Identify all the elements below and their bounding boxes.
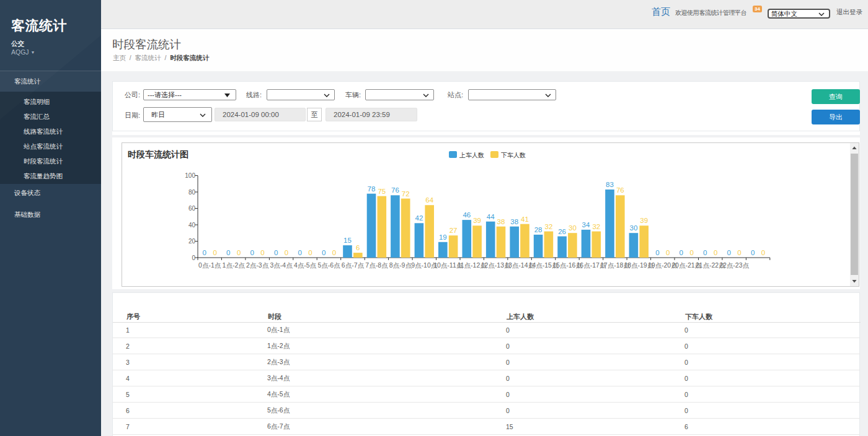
svg-text:0: 0 bbox=[308, 249, 312, 256]
svg-text:0: 0 bbox=[322, 249, 326, 256]
svg-text:19: 19 bbox=[439, 233, 447, 241]
svg-text:22点-23点: 22点-23点 bbox=[719, 261, 749, 269]
svg-text:7点-8点: 7点-8点 bbox=[365, 261, 388, 269]
svg-text:0: 0 bbox=[332, 249, 336, 256]
svg-text:0: 0 bbox=[655, 249, 659, 256]
svg-text:38: 38 bbox=[510, 218, 518, 225]
svg-text:26: 26 bbox=[558, 228, 566, 235]
svg-text:0: 0 bbox=[751, 249, 755, 256]
svg-text:0: 0 bbox=[192, 255, 195, 261]
svg-text:6: 6 bbox=[356, 244, 360, 251]
svg-text:39: 39 bbox=[640, 217, 648, 224]
svg-text:83: 83 bbox=[606, 181, 614, 188]
svg-text:0: 0 bbox=[298, 249, 301, 256]
svg-text:1点-2点: 1点-2点 bbox=[223, 261, 246, 269]
svg-text:0点-1点: 0点-1点 bbox=[198, 261, 221, 269]
svg-text:6点-7点: 6点-7点 bbox=[342, 261, 365, 269]
svg-text:76: 76 bbox=[616, 186, 624, 194]
svg-text:41: 41 bbox=[521, 216, 529, 223]
svg-text:0: 0 bbox=[680, 249, 683, 256]
svg-text:42: 42 bbox=[415, 214, 423, 222]
svg-text:0: 0 bbox=[689, 249, 693, 256]
svg-text:72: 72 bbox=[402, 190, 410, 198]
svg-text:3点-4点: 3点-4点 bbox=[270, 261, 293, 269]
svg-text:4点-5点: 4点-5点 bbox=[294, 261, 317, 269]
svg-text:75: 75 bbox=[378, 188, 386, 195]
svg-text:0: 0 bbox=[260, 249, 264, 256]
svg-text:38: 38 bbox=[497, 218, 505, 225]
svg-text:100: 100 bbox=[185, 172, 195, 179]
svg-text:0: 0 bbox=[703, 249, 707, 256]
svg-text:78: 78 bbox=[368, 185, 376, 193]
svg-text:32: 32 bbox=[545, 223, 553, 230]
svg-text:64: 64 bbox=[425, 196, 433, 204]
svg-text:28: 28 bbox=[534, 226, 542, 233]
svg-text:20: 20 bbox=[188, 238, 196, 245]
svg-text:0: 0 bbox=[274, 249, 278, 256]
svg-text:27: 27 bbox=[450, 227, 458, 234]
svg-text:30: 30 bbox=[569, 224, 577, 232]
svg-text:0: 0 bbox=[213, 249, 216, 256]
svg-text:60: 60 bbox=[188, 205, 196, 212]
svg-text:0: 0 bbox=[250, 249, 254, 256]
svg-text:0: 0 bbox=[237, 249, 241, 256]
svg-text:32: 32 bbox=[592, 223, 600, 230]
svg-text:39: 39 bbox=[473, 217, 481, 224]
svg-text:0: 0 bbox=[226, 249, 230, 256]
svg-text:76: 76 bbox=[391, 186, 399, 194]
svg-text:0: 0 bbox=[666, 249, 670, 256]
svg-text:46: 46 bbox=[463, 211, 471, 219]
svg-text:8点-9点: 8点-9点 bbox=[389, 261, 412, 269]
svg-text:0: 0 bbox=[285, 249, 288, 256]
svg-text:0: 0 bbox=[727, 249, 730, 256]
svg-text:34: 34 bbox=[582, 221, 590, 229]
svg-text:30: 30 bbox=[630, 224, 638, 232]
svg-text:2点-3点: 2点-3点 bbox=[246, 261, 269, 269]
svg-text:15: 15 bbox=[343, 237, 352, 244]
svg-text:40: 40 bbox=[188, 222, 196, 229]
svg-text:0: 0 bbox=[737, 249, 741, 256]
svg-text:5点-6点: 5点-6点 bbox=[317, 261, 340, 269]
svg-text:0: 0 bbox=[203, 249, 206, 256]
svg-text:80: 80 bbox=[188, 189, 196, 196]
svg-text:0: 0 bbox=[761, 249, 765, 256]
svg-text:0: 0 bbox=[714, 249, 717, 256]
svg-text:44: 44 bbox=[487, 213, 495, 220]
